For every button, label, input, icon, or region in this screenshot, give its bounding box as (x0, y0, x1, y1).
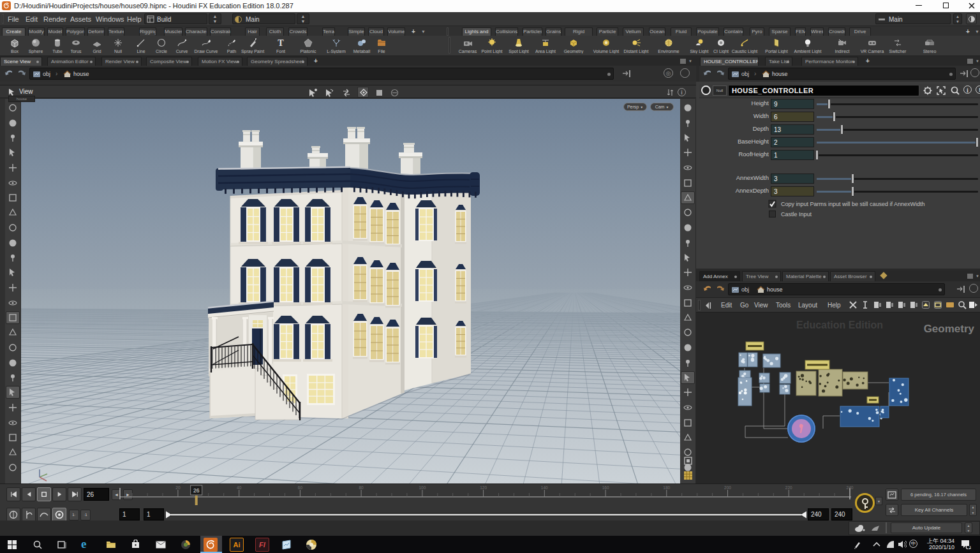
svg-text:Education Edition: Education Edition (796, 320, 883, 330)
svg-text:80: 80 (359, 485, 364, 490)
svg-text:200: 200 (724, 485, 731, 490)
svg-text:60: 60 (298, 485, 303, 490)
svg-text:180: 180 (663, 485, 670, 490)
svg-text:120: 120 (480, 485, 487, 490)
svg-text:1: 1 (969, 545, 971, 549)
svg-text:20: 20 (175, 485, 181, 490)
svg-text:26: 26 (193, 487, 200, 494)
svg-text:40: 40 (237, 485, 242, 490)
svg-text:100: 100 (419, 485, 426, 490)
svg-text:T: T (278, 38, 284, 48)
svg-text:Geometry: Geometry (924, 323, 975, 335)
svg-text:140: 140 (541, 485, 548, 490)
svg-text:240: 240 (847, 485, 854, 490)
svg-text:160: 160 (602, 485, 609, 490)
svg-text:220: 220 (785, 485, 792, 490)
